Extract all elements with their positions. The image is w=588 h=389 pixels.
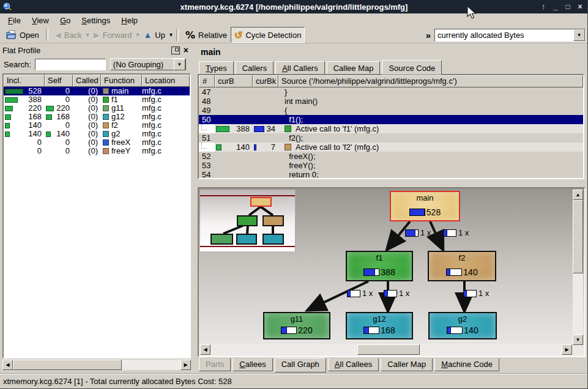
flat-profile-title: Flat Profile: [2, 46, 171, 55]
flat-profile-row-freeX[interactable]: 0 0 (0) freeX mfg.c: [4, 138, 190, 147]
flat-profile-row-freeY[interactable]: 0 0 (0) freeY mfg.c: [4, 147, 190, 155]
tab-caller-map[interactable]: Caller Map: [381, 358, 433, 371]
call-cost-bar: [347, 290, 360, 297]
call-cost-bar: [405, 229, 419, 237]
source-row-selected[interactable]: 50 f1();: [199, 115, 583, 124]
grouping-combobox[interactable]: (No Grouping) ▾: [110, 58, 186, 70]
graph-hscrollbar[interactable]: ◀ ▶: [200, 344, 572, 355]
column-header-curBk[interactable]: curBk: [253, 75, 278, 87]
column-header-curB[interactable]: curB: [215, 75, 253, 87]
visualization-tabs: Parts Callees Call Graph All Callees Cal…: [199, 358, 501, 372]
forward-button[interactable]: ▶ Forward: [90, 27, 136, 43]
graph-node-g12[interactable]: g12 168: [346, 312, 413, 339]
self-bar: [46, 106, 54, 111]
column-header-incl[interactable]: Incl.: [4, 75, 45, 87]
flat-profile-row-g12[interactable]: 168 168 (0) g12 mfg.c: [4, 113, 190, 121]
event-combo-dropdown-icon[interactable]: ▾: [573, 29, 585, 41]
float-panel-icon[interactable]: [171, 46, 180, 54]
tab-machine-code[interactable]: Machine Code: [434, 358, 499, 371]
column-header-self[interactable]: Self: [45, 75, 73, 87]
menu-view[interactable]: View: [26, 15, 54, 26]
back-button[interactable]: ◀ Back: [51, 27, 86, 43]
scroll-left-icon[interactable]: ◀: [2, 360, 13, 370]
function-color-icon: [285, 144, 291, 150]
graph-node-main[interactable]: main 528: [390, 191, 460, 221]
close-panel-icon[interactable]: ×: [184, 46, 188, 54]
flat-profile-row-f2[interactable]: 140 0 (0) f2 mfg.c: [4, 121, 190, 130]
open-button[interactable]: Open: [2, 27, 43, 43]
app-icon: [2, 2, 12, 12]
source-row[interactable]: 49{: [199, 106, 583, 115]
tab-types[interactable]: Types: [199, 61, 234, 74]
back-dropdown-icon[interactable]: ▾: [86, 32, 90, 38]
back-label: Back: [64, 31, 82, 40]
forward-dropdown-icon[interactable]: ▾: [135, 32, 140, 38]
tab-all-callers[interactable]: All Callers: [275, 61, 325, 74]
source-row[interactable]: 54 return 0;: [199, 170, 583, 179]
search-input[interactable]: [35, 59, 106, 70]
scrollbar-thumb[interactable]: [573, 200, 583, 273]
scrollbar-thumb[interactable]: [13, 360, 122, 370]
menu-file[interactable]: File: [2, 15, 26, 26]
flat-profile-row-g11[interactable]: 220 220 (0) g11 mfg.c: [4, 104, 190, 113]
scroll-right-icon[interactable]: ▶: [180, 360, 191, 370]
column-header-line[interactable]: #: [199, 75, 215, 87]
flat-profile-hscrollbar[interactable]: ◀ ▶: [2, 360, 191, 370]
source-row[interactable]: 52 freeX();: [199, 152, 583, 161]
back-arrow-icon: ◀: [55, 31, 61, 40]
toolbar-separator: [46, 29, 48, 41]
shade-window-icon[interactable]: ↑: [539, 2, 548, 11]
source-row[interactable]: 48int main(): [199, 97, 583, 106]
cycle-detection-toggle-button[interactable]: ↺ Cycle Detection: [231, 27, 305, 43]
graph-node-g2[interactable]: g2 140: [428, 312, 497, 339]
up-button[interactable]: ▲ Up: [140, 27, 168, 43]
menu-settings[interactable]: Settings: [76, 15, 116, 26]
close-window-icon[interactable]: ×: [576, 2, 584, 11]
tab-callees[interactable]: Callees: [233, 358, 272, 371]
flat-profile-row-f1[interactable]: 388 0 (0) f1 mfg.c: [4, 95, 190, 104]
event-type-combobox[interactable]: currently allocated Bytes ▾: [434, 29, 586, 42]
source-row[interactable]: 51 f2();: [199, 133, 583, 143]
scroll-up-icon[interactable]: ▲: [573, 190, 583, 200]
maximize-window-icon[interactable]: □: [564, 2, 572, 11]
scrollbar-track[interactable]: [210, 344, 357, 355]
minimize-window-icon[interactable]: _: [551, 2, 560, 11]
column-header-function[interactable]: Function: [101, 75, 142, 87]
call-graph-panel[interactable]: main 528 f1 388 f2 140 g11 220 g12 168 g…: [198, 187, 586, 357]
tab-source-code[interactable]: Source Code: [382, 60, 442, 75]
status-bar: xtmemory.kcg.6274 [1] - Total currently …: [0, 373, 588, 388]
source-call-row-f2[interactable]: 140 7 Active call to 'f2' (mfg.c): [199, 143, 583, 152]
scroll-down-icon[interactable]: ▼: [573, 335, 583, 345]
tab-callee-map[interactable]: Callee Map: [327, 61, 381, 74]
graph-node-f2[interactable]: f2 140: [428, 251, 496, 281]
scroll-left-icon[interactable]: ◀: [200, 344, 210, 355]
source-row[interactable]: 53 freeY();: [199, 161, 583, 170]
source-call-row-f1[interactable]: 388 34 Active call to 'f1' (mfg.c): [199, 124, 583, 133]
source-row[interactable]: 47}: [199, 87, 583, 97]
tab-callers[interactable]: Callers: [236, 61, 274, 74]
up-dropdown-icon[interactable]: ▾: [169, 32, 173, 38]
graph-node-g11[interactable]: g11 220: [263, 312, 330, 339]
flat-profile-row-main[interactable]: 528 0 (0) main mfg.c: [4, 87, 190, 95]
scrollbar-thumb[interactable]: [357, 344, 420, 355]
scroll-right-icon[interactable]: ▶: [562, 344, 572, 355]
graph-node-f1[interactable]: f1 388: [346, 251, 413, 281]
menu-help[interactable]: Help: [116, 15, 143, 26]
window-titlebar[interactable]: xtmemory.kcg.6274 [/home/philippe/valgri…: [0, 0, 588, 13]
graph-vscrollbar[interactable]: ▲ ▼: [573, 190, 583, 345]
toolbar-overflow-icon[interactable]: »: [426, 30, 431, 40]
tab-call-graph[interactable]: Call Graph: [275, 358, 326, 372]
flat-profile-dock-titlebar[interactable]: Flat Profile ×: [2, 44, 191, 56]
column-header-location[interactable]: Location: [142, 75, 190, 87]
grouping-dropdown-icon[interactable]: ▾: [174, 59, 185, 70]
function-color-icon: [103, 105, 109, 111]
edge-label-f2-g2: 1 x: [463, 289, 489, 298]
flat-profile-row-g2[interactable]: 140 140 (0) g2 mfg.c: [4, 130, 190, 138]
column-header-source[interactable]: Source ('/home/philippe/valgrind/littlep…: [278, 75, 583, 87]
tab-parts[interactable]: Parts: [199, 358, 231, 371]
relative-toggle-button[interactable]: % Relative: [182, 27, 231, 43]
menu-go[interactable]: Go: [54, 15, 76, 26]
column-header-called[interactable]: Called: [73, 75, 101, 87]
tree-line: [201, 143, 207, 149]
tab-all-callees[interactable]: All Callees: [328, 358, 379, 371]
